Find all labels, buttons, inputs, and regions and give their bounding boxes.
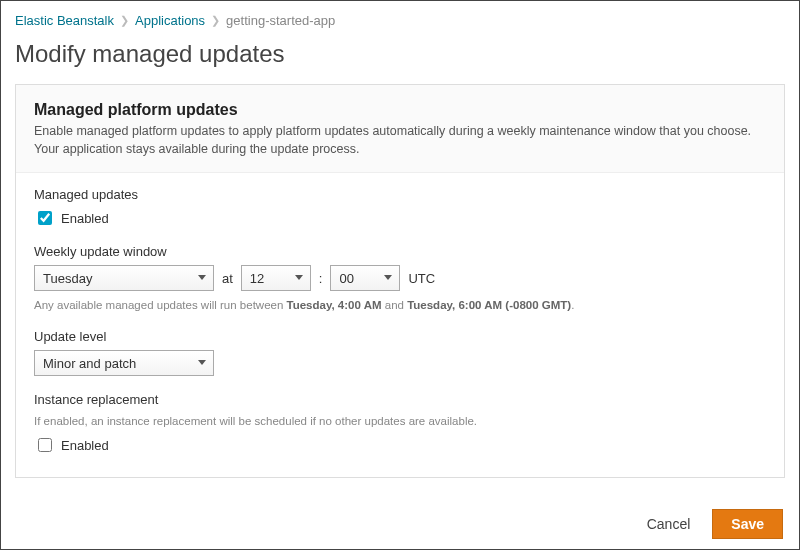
- colon-text: :: [319, 271, 323, 286]
- breadcrumb-root[interactable]: Elastic Beanstalk: [15, 13, 114, 28]
- update-level-group: Update level Minor and patch: [34, 329, 766, 376]
- hour-select[interactable]: 12: [241, 265, 311, 291]
- managed-updates-label: Managed updates: [34, 187, 766, 202]
- weekly-window-label: Weekly update window: [34, 244, 766, 259]
- managed-updates-checkbox-row[interactable]: Enabled: [34, 208, 766, 228]
- cancel-button[interactable]: Cancel: [637, 510, 701, 538]
- instance-replacement-checkbox-row[interactable]: Enabled: [34, 435, 766, 455]
- day-select[interactable]: Tuesday: [34, 265, 214, 291]
- settings-panel: Managed platform updates Enable managed …: [15, 84, 785, 478]
- instance-replacement-group: Instance replacement If enabled, an inst…: [34, 392, 766, 455]
- instance-replacement-checkbox[interactable]: [38, 438, 52, 452]
- update-level-select[interactable]: Minor and patch: [34, 350, 214, 376]
- instance-replacement-checkbox-label: Enabled: [61, 438, 109, 453]
- breadcrumb-applications[interactable]: Applications: [135, 13, 205, 28]
- breadcrumb-current: getting-started-app: [226, 13, 335, 28]
- update-level-label: Update level: [34, 329, 766, 344]
- at-text: at: [222, 271, 233, 286]
- breadcrumb: Elastic Beanstalk ❯ Applications ❯ getti…: [15, 13, 785, 28]
- managed-updates-checkbox-label: Enabled: [61, 211, 109, 226]
- page-title: Modify managed updates: [15, 40, 785, 68]
- panel-heading: Managed platform updates: [34, 101, 766, 119]
- weekly-window-hint: Any available managed updates will run b…: [34, 297, 766, 313]
- chevron-right-icon: ❯: [120, 14, 129, 27]
- save-button[interactable]: Save: [712, 509, 783, 539]
- panel-description: Enable managed platform updates to apply…: [34, 123, 766, 158]
- instance-replacement-label: Instance replacement: [34, 392, 766, 407]
- footer: Cancel Save: [1, 499, 799, 549]
- managed-updates-group: Managed updates Enabled: [34, 187, 766, 228]
- managed-updates-checkbox[interactable]: [38, 211, 52, 225]
- instance-replacement-hint: If enabled, an instance replacement will…: [34, 413, 766, 429]
- minute-select[interactable]: 00: [330, 265, 400, 291]
- tz-text: UTC: [408, 271, 435, 286]
- chevron-right-icon: ❯: [211, 14, 220, 27]
- weekly-window-group: Weekly update window Tuesday at 12 :: [34, 244, 766, 313]
